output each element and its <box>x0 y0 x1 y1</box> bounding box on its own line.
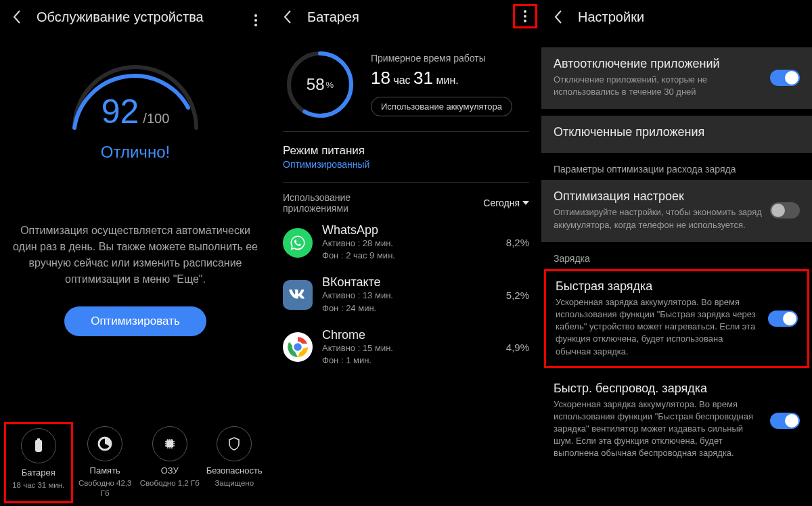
app-name: ВКонтакте <box>322 275 506 290</box>
setting-title: Быстрая зарядка <box>556 279 760 294</box>
usage-head-label: Использование приложениями <box>283 192 405 214</box>
power-mode-value: Оптимизированный <box>283 159 529 170</box>
setting-title: Быстр. беспровод. зарядка <box>554 382 762 396</box>
battery-gauge: 58% <box>283 47 357 122</box>
stat-ram[interactable]: ОЗУ Свободно 1,2 Гб <box>137 422 202 503</box>
setting-desc: Ускоренная зарядка аккумулятора. Во врем… <box>556 296 760 358</box>
toggle-wireless-fast-charge[interactable] <box>770 413 800 429</box>
app-active: Активно : 15 мин. <box>322 342 506 354</box>
usage-period-dropdown[interactable]: Сегодня <box>483 192 529 214</box>
toggle-auto-off[interactable] <box>770 70 800 86</box>
score-value: 92 <box>102 93 139 131</box>
whatsapp-icon <box>283 228 313 258</box>
app-active: Активно : 28 мин. <box>322 237 506 250</box>
page-title: Настройки <box>578 9 644 25</box>
score-gauge: 92/100 <box>58 43 213 135</box>
stat-label: ОЗУ <box>161 465 179 476</box>
app-row[interactable]: ВКонтакте Активно : 13 мин. Фон : 24 мин… <box>271 269 541 321</box>
app-percent: 4,9% <box>506 342 529 353</box>
app-row[interactable]: WhatsApp Активно : 28 мин. Фон : 2 час 9… <box>271 216 541 269</box>
app-bg: Фон : 24 мин. <box>322 302 506 315</box>
app-percent: 5,2% <box>506 290 529 301</box>
setting-optimize[interactable]: Оптимизация настроек Оптимизируйте настр… <box>541 180 812 242</box>
stat-label: Память <box>90 465 120 476</box>
toggle-fast-charge[interactable] <box>768 310 798 327</box>
shield-icon <box>217 426 252 461</box>
stat-sub: Свободно 1,2 Гб <box>140 478 200 489</box>
stat-security[interactable]: Безопасность Защищено <box>202 422 267 503</box>
stat-sub: Свободно 42,3 Гб <box>74 478 137 499</box>
stat-sub: Защищено <box>215 478 254 489</box>
app-bg: Фон : 2 час 9 мин. <box>322 250 506 262</box>
stat-sub: 18 час 31 мин. <box>12 480 64 491</box>
app-name: Chrome <box>322 328 506 342</box>
setting-title: Автоотключение приложений <box>554 57 762 71</box>
stat-label: Безопасность <box>206 465 263 476</box>
setting-desc: Ускоренная зарядка аккумулятора. Во врем… <box>554 398 762 460</box>
back-icon[interactable] <box>8 8 26 26</box>
battery-usage-button[interactable]: Использование аккумулятора <box>371 97 512 116</box>
group-charging: Зарядка <box>541 242 812 267</box>
storage-icon <box>87 426 122 461</box>
svg-rect-1 <box>37 438 40 440</box>
page-title: Обслуживание устройства <box>37 9 204 25</box>
app-name: WhatsApp <box>322 223 506 237</box>
setting-title: Оптимизация настроек <box>554 189 762 204</box>
group-optimization: Параметры оптимизации расхода заряда <box>541 153 812 177</box>
stat-storage[interactable]: Память Свободно 42,3 Гб <box>73 422 138 503</box>
percent-unit: % <box>326 80 334 90</box>
app-active: Активно : 13 мин. <box>322 290 506 302</box>
power-mode-title: Режим питания <box>283 144 529 158</box>
ram-icon <box>152 426 187 461</box>
app-bg: Фон : 1 мин. <box>322 354 506 367</box>
svg-rect-3 <box>166 440 173 447</box>
estimate-time: 18 час 31 мин. <box>371 68 529 89</box>
app-percent: 8,2% <box>506 237 529 248</box>
app-row[interactable]: Chrome Активно : 15 мин. Фон : 1 мин. 4,… <box>271 321 541 373</box>
setting-desc: Оптимизируйте настройки, чтобы экономить… <box>554 206 762 231</box>
setting-desc: Отключение приложений, которые не исполь… <box>554 74 762 98</box>
setting-fast-charge[interactable]: Быстрая зарядка Ускоренная зарядка аккум… <box>544 269 809 368</box>
battery-percent: 58 <box>307 75 325 94</box>
toggle-optimize[interactable] <box>770 202 800 218</box>
chrome-icon <box>283 332 313 362</box>
chevron-down-icon <box>522 201 529 205</box>
back-icon[interactable] <box>279 8 296 26</box>
score-max: /100 <box>143 111 169 126</box>
back-icon[interactable] <box>549 8 567 26</box>
kebab-icon[interactable] <box>513 4 537 28</box>
setting-title: Отключенные приложения <box>554 125 800 139</box>
battery-icon <box>21 428 56 463</box>
optimize-button[interactable]: Оптимизировать <box>64 306 206 336</box>
stat-label: Батарея <box>22 467 55 478</box>
setting-disabled-apps[interactable]: Отключенные приложения <box>541 116 812 153</box>
score-label: Отлично! <box>101 143 170 162</box>
optimization-description: Оптимизация осуществляется автоматически… <box>0 223 271 288</box>
stat-battery[interactable]: Батарея 18 час 31 мин. <box>4 422 73 503</box>
kebab-icon[interactable] <box>244 8 268 32</box>
setting-wireless-fast-charge[interactable]: Быстр. беспровод. зарядка Ускоренная зар… <box>541 372 812 471</box>
vk-icon <box>283 280 313 310</box>
setting-auto-off[interactable]: Автоотключение приложений Отключение при… <box>541 47 812 109</box>
estimate-label: Примерное время работы <box>371 53 529 64</box>
page-title: Батарея <box>307 9 359 25</box>
svg-rect-0 <box>35 440 42 452</box>
power-mode-row[interactable]: Режим питания Оптимизированный <box>271 136 541 178</box>
